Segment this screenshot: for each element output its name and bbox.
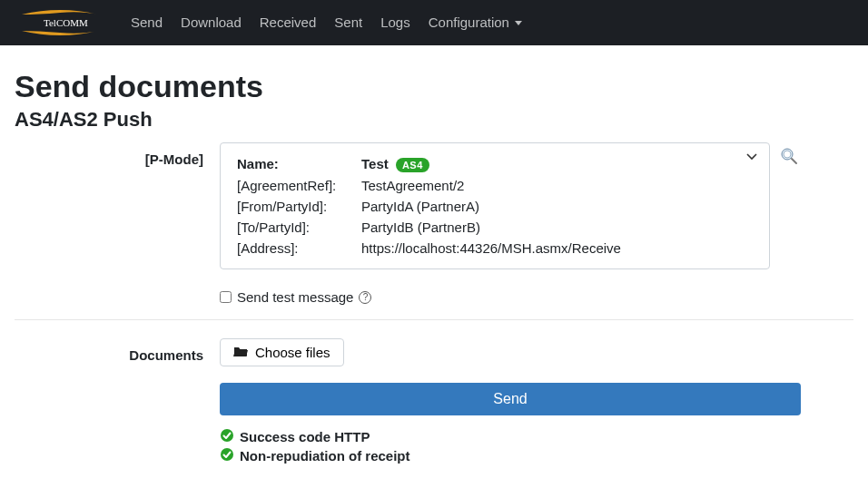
status-list: Success code HTTP Non-repudiation of rec… [220, 428, 801, 464]
help-icon[interactable]: ? [359, 291, 371, 304]
send-test-message-label: Send test message [237, 289, 353, 305]
choose-files-button[interactable]: Choose files [220, 338, 344, 366]
nav-item-received[interactable]: Received [251, 0, 326, 45]
nav-item-sent[interactable]: Sent [325, 0, 371, 45]
pmode-name-value: Test [361, 156, 389, 171]
pmode-name-key: Name: [237, 154, 360, 174]
nav-item-download[interactable]: Download [172, 0, 251, 45]
chevron-down-icon [745, 151, 758, 166]
brand-logo[interactable]: TelCOMM [16, 9, 104, 36]
pmode-val: https://localhost:44326/MSH.asmx/Receive [361, 239, 621, 258]
pmode-key: [Address]: [237, 239, 360, 258]
pmode-val: PartyIdA (PartnerA) [361, 197, 621, 216]
chevron-down-icon [515, 21, 522, 25]
check-circle-icon [220, 447, 234, 464]
pmode-val: PartyIdB (PartnerB) [361, 218, 621, 237]
protocol-badge: AS4 [396, 158, 429, 172]
svg-point-4 [221, 448, 233, 461]
check-circle-icon [220, 428, 234, 445]
pmode-dropdown[interactable]: Name: Test AS4 [AgreementRef]:TestAgreem… [220, 142, 770, 269]
pmode-label: [P-Mode] [15, 142, 220, 167]
pmode-val: TestAgreement/2 [361, 176, 621, 195]
search-icon[interactable] [779, 146, 801, 168]
pmode-key: [AgreementRef]: [237, 176, 360, 195]
svg-text:TelCOMM: TelCOMM [44, 17, 88, 28]
send-test-message-checkbox[interactable] [220, 291, 232, 303]
navbar: TelCOMM Send Download Received Sent Logs… [0, 0, 868, 45]
nav-item-logs[interactable]: Logs [371, 0, 419, 45]
status-success-http: Success code HTTP [220, 428, 801, 445]
documents-label: Documents [15, 338, 220, 363]
svg-point-3 [221, 429, 233, 442]
svg-point-2 [784, 151, 791, 158]
page-title: Send documents [15, 69, 853, 104]
pmode-key: [From/PartyId]: [237, 197, 360, 216]
status-non-repudiation: Non-repudiation of receipt [220, 447, 801, 464]
send-test-message-option[interactable]: Send test message ? [220, 289, 801, 305]
nav-item-configuration[interactable]: Configuration [419, 0, 531, 45]
page-subtitle: AS4/AS2 Push [15, 108, 853, 132]
folder-open-icon [233, 345, 248, 360]
nav-list: Send Download Received Sent Logs Configu… [122, 0, 531, 45]
send-button[interactable]: Send [220, 383, 801, 415]
section-divider [15, 319, 853, 320]
pmode-key: [To/PartyId]: [237, 218, 360, 237]
nav-item-send[interactable]: Send [122, 0, 172, 45]
